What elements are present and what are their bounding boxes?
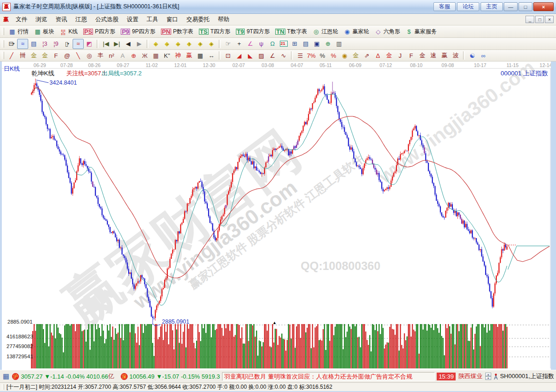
compress-both-button[interactable]: ◆↔ <box>173 39 184 49</box>
menu-item-帮助[interactable]: 帮助 <box>214 15 234 24</box>
quote-table-icon[interactable]: ▦ <box>3 372 9 380</box>
angle-measure-button[interactable]: ∠ <box>245 39 256 49</box>
gold-ratio-h-tool[interactable]: 金 <box>28 50 39 61</box>
crosshair-button[interactable]: + <box>234 39 245 49</box>
span-arrows-tool[interactable]: ↔ <box>206 50 217 61</box>
small-chart-3-button[interactable]: ¦3 <box>39 39 50 49</box>
next-candle-button[interactable]: ▶ <box>134 39 145 49</box>
homepage-button[interactable]: 主页 <box>481 2 503 11</box>
print-button[interactable]: ▥ <box>334 39 345 49</box>
calendar-button[interactable]: 21 <box>278 39 289 49</box>
time-ruler-tool[interactable]: 卌 <box>17 50 28 61</box>
sectors-button[interactable]: ▦板块 <box>31 27 57 36</box>
9t-square-button[interactable]: T99T四方形 <box>233 27 272 36</box>
maximize-button[interactable]: □ <box>519 2 532 11</box>
child-minimize-button[interactable]: _ <box>525 16 534 23</box>
menu-item-窗口[interactable]: 窗口 <box>162 15 182 24</box>
t-number-table-button[interactable]: TNT数字表 <box>272 27 310 36</box>
last-page-button[interactable]: ▶| <box>111 39 123 49</box>
gann-compass-tool[interactable]: ⊕ <box>128 50 139 61</box>
winner-wheel-button[interactable]: ◉赢家轮 <box>341 27 372 36</box>
gann-shape-button[interactable]: ψ <box>256 39 267 49</box>
gold-ratio-v-tool[interactable]: 金 <box>39 50 50 61</box>
angle-speed-tool[interactable]: 速 <box>428 50 439 61</box>
box-select-tool[interactable]: ⊡ <box>222 50 234 61</box>
fan-lines-tool[interactable]: ◢ <box>234 50 245 61</box>
menu-item-文件[interactable]: 文件 <box>12 15 31 24</box>
angle-j-tool[interactable]: J <box>395 50 406 61</box>
web-tool-button[interactable]: ⊕ <box>322 39 334 49</box>
taichi-tool[interactable]: ☯ <box>467 50 478 61</box>
first-page-button[interactable]: |◀ <box>100 39 111 49</box>
menu-item-工具[interactable]: 工具 <box>142 15 162 24</box>
dense-ruler-tool[interactable]: 丰 <box>95 50 106 61</box>
shaded-box-tool[interactable]: ▨ <box>256 50 267 61</box>
angle-win-tool[interactable]: 赢 <box>439 50 450 61</box>
menu-item-江恩[interactable]: 江恩 <box>71 15 91 24</box>
n-square-tool[interactable]: n² <box>106 50 117 61</box>
angle-wave-tool[interactable]: 波 <box>450 50 461 61</box>
angle-lines-tool[interactable]: ∠ <box>267 50 278 61</box>
hot-stock-link[interactable]: 陕西煤业 <box>458 372 482 380</box>
qiankun-wave-button[interactable]: ≈ <box>17 39 28 49</box>
calculator-button[interactable]: ⊞ <box>289 39 300 49</box>
minimize-button[interactable]: — <box>504 2 518 11</box>
quotes-button[interactable]: ▦行情 <box>6 27 31 36</box>
percent-line-tool[interactable]: % <box>328 50 339 61</box>
shen-tool[interactable]: 神 <box>173 50 184 61</box>
menu-item-资讯[interactable]: 资讯 <box>51 15 71 24</box>
child-close-button[interactable]: × <box>545 16 554 23</box>
gann-box-tool[interactable]: Δ <box>372 50 383 61</box>
infinity-tool[interactable]: ∞ <box>478 50 489 61</box>
wave-highlight-button[interactable]: ≈ <box>73 39 84 49</box>
hand-drag-button[interactable]: ☞ <box>222 39 234 49</box>
gann-wheel-button[interactable]: ◎江恩轮 <box>310 27 341 36</box>
compress-right-button[interactable]: ◆→ <box>161 39 173 49</box>
gold-red-box-tool[interactable]: 金 <box>383 50 395 61</box>
menu-item-公式选股[interactable]: 公式选股 <box>91 15 123 24</box>
9p-square-button[interactable]: P99P四方形 <box>118 27 158 36</box>
expand-both-button[interactable]: ◆↕ <box>184 39 195 49</box>
hexagon-button[interactable]: ◇六角形 <box>372 27 403 36</box>
save-button[interactable]: ▣ <box>311 39 322 49</box>
number-grid-tool[interactable]: ▦ <box>195 50 206 61</box>
small-chart-9-button[interactable]: ¦9 <box>50 39 62 49</box>
p-square-button[interactable]: PSP四方形 <box>80 27 118 36</box>
forum-button[interactable]: 论坛 <box>457 2 479 11</box>
angle-gold-tool[interactable]: 金 <box>417 50 428 61</box>
percent-tool[interactable]: % <box>317 50 328 61</box>
pen-measure-tool[interactable]: ╲ <box>73 50 84 61</box>
zoom-in-button[interactable]: ◆+ <box>195 39 206 49</box>
menu-item-设置[interactable]: 设置 <box>123 15 142 24</box>
win-tool[interactable]: 赢 <box>184 50 195 61</box>
mirror-tool[interactable]: A <box>117 50 128 61</box>
angle-f-tool[interactable]: F <box>406 50 417 61</box>
k-count-tool[interactable]: K" <box>161 50 173 61</box>
customer-service-button[interactable]: 客服 <box>433 2 456 11</box>
t-square-button[interactable]: TST四方形 <box>196 27 233 36</box>
f10-info-button[interactable]: ▤ <box>28 39 39 49</box>
fib-tool[interactable]: F <box>50 50 62 61</box>
spinner-down-button[interactable]: ▼ <box>485 376 491 380</box>
winner-service-button[interactable]: $赢家服务 <box>403 27 439 36</box>
fan-grid-tool[interactable]: ◣ <box>245 50 256 61</box>
layout-toggle-button[interactable]: ⊟▾ <box>6 39 17 49</box>
gold-line-tool[interactable]: 金 <box>350 50 361 61</box>
square-web-tool[interactable]: ▦ <box>150 50 161 61</box>
price-ladder-tool[interactable]: ☰ <box>295 50 306 61</box>
spider-web-tool[interactable]: Ж <box>139 50 150 61</box>
spiral-tool[interactable]: @ <box>62 50 73 61</box>
angle-pen-tool[interactable]: ⇗ <box>361 50 372 61</box>
circle-cycle-tool[interactable]: ◎ <box>84 50 95 61</box>
gold-coin-tool[interactable]: ◉ <box>339 50 350 61</box>
notepad-button[interactable]: ▤ <box>300 39 311 49</box>
cycle-shape-button[interactable]: Ω <box>267 39 278 49</box>
brush-tool[interactable]: ╱ <box>6 50 17 61</box>
prev-candle-button[interactable]: ◀ <box>123 39 134 49</box>
close-button[interactable]: × <box>533 2 554 11</box>
zoom-out-button[interactable]: ◆× <box>206 39 217 49</box>
p-number-table-button[interactable]: PNP数字表 <box>158 27 196 36</box>
child-restore-button[interactable]: □ <box>535 16 544 23</box>
menu-item-交易委托[interactable]: 交易委托 <box>182 15 214 24</box>
menu-item-浏览[interactable]: 浏览 <box>31 15 51 24</box>
